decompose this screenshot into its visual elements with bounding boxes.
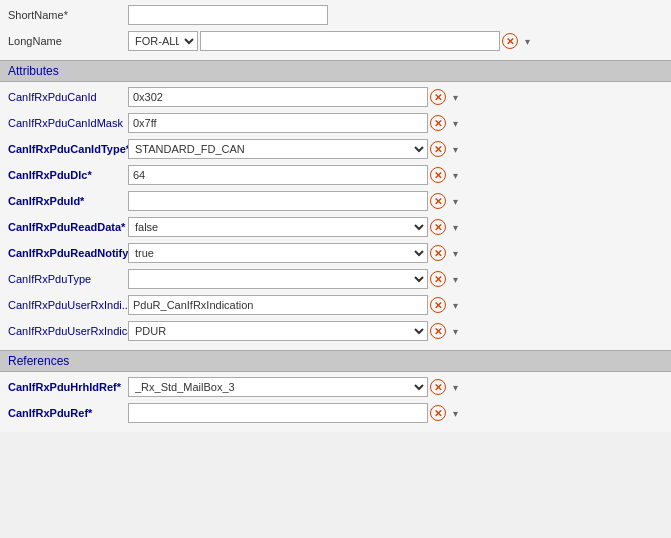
attr-input-canIfRxPduCanIdMask[interactable] <box>128 113 428 133</box>
attr-clear-canIfRxPduType[interactable]: ✕ <box>430 271 446 287</box>
attr-row-canIfRxPduUserRxIndicName: CanIfRxPduUserRxIndi...nName ✕ ▾ <box>8 294 663 316</box>
ref-clear-canIfRxPduRef[interactable]: ✕ <box>430 405 446 421</box>
attr-arrow-canIfRxPduUserRxIndicationUL[interactable]: ▾ <box>448 322 462 340</box>
ref-label-canIfRxPduHrhIdRef: CanIfRxPduHrhIdRef* <box>8 381 128 393</box>
longname-label: LongName <box>8 35 128 47</box>
attr-select-canIfRxPduUserRxIndicationUL[interactable]: PDUR <box>128 321 428 341</box>
attr-field-canIfRxPduCanId: ✕ ▾ <box>128 87 663 107</box>
attr-row-canIfRxPduCanId: CanIfRxPduCanId ✕ ▾ <box>8 86 663 108</box>
attr-select-canIfRxPduCanIdType[interactable]: STANDARD_FD_CAN <box>128 139 428 159</box>
attr-select-canIfRxPduReadNotifyStatus[interactable]: true false <box>128 243 428 263</box>
references-section-header: References <box>0 350 671 372</box>
attr-row-canIfRxPduDlc: CanIfRxPduDlc* ✕ ▾ <box>8 164 663 186</box>
attr-field-canIfRxPduReadNotifyStatus: true false ✕ ▾ <box>128 243 663 263</box>
ref-field-canIfRxPduRef: ✕ ▾ <box>128 403 663 423</box>
form-container: ShortName* LongName FOR-ALL ✕ ▾ Attribut… <box>0 0 671 432</box>
attr-label-canIfRxPduReadData: CanIfRxPduReadData* <box>8 221 128 233</box>
shortname-label: ShortName* <box>8 9 128 21</box>
attr-row-canIfRxPduId: CanIfRxPduId* ✕ ▾ <box>8 190 663 212</box>
attr-field-canIfRxPduUserRxIndicName: ✕ ▾ <box>128 295 663 315</box>
attr-label-canIfRxPduCanId: CanIfRxPduCanId <box>8 91 128 103</box>
shortname-row: ShortName* LongName FOR-ALL ✕ ▾ <box>0 0 671 60</box>
attr-label-canIfRxPduId: CanIfRxPduId* <box>8 195 128 207</box>
attr-input-canIfRxPduUserRxIndicName[interactable] <box>128 295 428 315</box>
ref-row-canIfRxPduHrhIdRef: CanIfRxPduHrhIdRef* _Rx_Std_MailBox_3 ✕ … <box>8 376 663 398</box>
ref-input-canIfRxPduRef[interactable] <box>128 403 428 423</box>
longname-field-area: FOR-ALL ✕ ▾ <box>128 31 663 51</box>
longname-dropdown-arrow[interactable]: ▾ <box>520 32 534 50</box>
attr-arrow-canIfRxPduType[interactable]: ▾ <box>448 270 462 288</box>
attr-clear-canIfRxPduCanId[interactable]: ✕ <box>430 89 446 105</box>
references-section: CanIfRxPduHrhIdRef* _Rx_Std_MailBox_3 ✕ … <box>0 372 671 432</box>
attr-clear-canIfRxPduReadData[interactable]: ✕ <box>430 219 446 235</box>
longname-select[interactable]: FOR-ALL <box>128 31 198 51</box>
attr-input-canIfRxPduId[interactable] <box>128 191 428 211</box>
attr-label-canIfRxPduCanIdType: CanIfRxPduCanIdType* <box>8 143 128 155</box>
attr-arrow-canIfRxPduDlc[interactable]: ▾ <box>448 166 462 184</box>
ref-arrow-canIfRxPduHrhIdRef[interactable]: ▾ <box>448 378 462 396</box>
attr-field-canIfRxPduUserRxIndicationUL: PDUR ✕ ▾ <box>128 321 663 341</box>
attr-field-canIfRxPduType: ✕ ▾ <box>128 269 663 289</box>
attr-clear-canIfRxPduUserRxIndicName[interactable]: ✕ <box>430 297 446 313</box>
shortname-field-area <box>128 5 663 25</box>
attr-arrow-canIfRxPduCanId[interactable]: ▾ <box>448 88 462 106</box>
attr-arrow-canIfRxPduReadData[interactable]: ▾ <box>448 218 462 236</box>
ref-select-canIfRxPduHrhIdRef[interactable]: _Rx_Std_MailBox_3 <box>128 377 428 397</box>
longname-input[interactable] <box>200 31 500 51</box>
attr-clear-canIfRxPduCanIdType[interactable]: ✕ <box>430 141 446 157</box>
attr-label-canIfRxPduCanIdMask: CanIfRxPduCanIdMask <box>8 117 128 129</box>
attr-input-canIfRxPduCanId[interactable] <box>128 87 428 107</box>
attr-arrow-canIfRxPduId[interactable]: ▾ <box>448 192 462 210</box>
attr-label-canIfRxPduDlc: CanIfRxPduDlc* <box>8 169 128 181</box>
attr-row-canIfRxPduType: CanIfRxPduType ✕ ▾ <box>8 268 663 290</box>
attr-field-canIfRxPduCanIdType: STANDARD_FD_CAN ✕ ▾ <box>128 139 663 159</box>
attr-clear-canIfRxPduUserRxIndicationUL[interactable]: ✕ <box>430 323 446 339</box>
attr-label-canIfRxPduType: CanIfRxPduType <box>8 273 128 285</box>
attr-field-canIfRxPduDlc: ✕ ▾ <box>128 165 663 185</box>
attr-clear-canIfRxPduId[interactable]: ✕ <box>430 193 446 209</box>
attr-row-canIfRxPduCanIdType: CanIfRxPduCanIdType* STANDARD_FD_CAN ✕ ▾ <box>8 138 663 160</box>
attributes-section-header: Attributes <box>0 60 671 82</box>
attr-field-canIfRxPduCanIdMask: ✕ ▾ <box>128 113 663 133</box>
attr-clear-canIfRxPduDlc[interactable]: ✕ <box>430 167 446 183</box>
attr-row-canIfRxPduReadData: CanIfRxPduReadData* false true ✕ ▾ <box>8 216 663 238</box>
ref-arrow-canIfRxPduRef[interactable]: ▾ <box>448 404 462 422</box>
ref-row-canIfRxPduRef: CanIfRxPduRef* ✕ ▾ <box>8 402 663 424</box>
attr-label-canIfRxPduUserRxIndicationUL: CanIfRxPduUserRxIndicationUL <box>8 325 128 337</box>
attr-arrow-canIfRxPduReadNotifyStatus[interactable]: ▾ <box>448 244 462 262</box>
attr-arrow-canIfRxPduUserRxIndicName[interactable]: ▾ <box>448 296 462 314</box>
attr-arrow-canIfRxPduCanIdType[interactable]: ▾ <box>448 140 462 158</box>
attr-label-canIfRxPduReadNotifyStatus: CanIfRxPduReadNotifyStatus* <box>8 247 128 259</box>
attr-field-canIfRxPduReadData: false true ✕ ▾ <box>128 217 663 237</box>
longname-clear-btn[interactable]: ✕ <box>502 33 518 49</box>
attr-arrow-canIfRxPduCanIdMask[interactable]: ▾ <box>448 114 462 132</box>
attr-clear-canIfRxPduReadNotifyStatus[interactable]: ✕ <box>430 245 446 261</box>
attr-input-canIfRxPduDlc[interactable] <box>128 165 428 185</box>
ref-clear-canIfRxPduHrhIdRef[interactable]: ✕ <box>430 379 446 395</box>
attr-row-canIfRxPduCanIdMask: CanIfRxPduCanIdMask ✕ ▾ <box>8 112 663 134</box>
attr-select-canIfRxPduReadData[interactable]: false true <box>128 217 428 237</box>
attr-field-canIfRxPduId: ✕ ▾ <box>128 191 663 211</box>
attr-row-canIfRxPduReadNotifyStatus: CanIfRxPduReadNotifyStatus* true false ✕… <box>8 242 663 264</box>
attr-label-canIfRxPduUserRxIndicName: CanIfRxPduUserRxIndi...nName <box>8 299 128 311</box>
ref-field-canIfRxPduHrhIdRef: _Rx_Std_MailBox_3 ✕ ▾ <box>128 377 663 397</box>
attr-select-canIfRxPduType[interactable] <box>128 269 428 289</box>
attributes-section: CanIfRxPduCanId ✕ ▾ CanIfRxPduCanIdMask … <box>0 82 671 350</box>
ref-label-canIfRxPduRef: CanIfRxPduRef* <box>8 407 128 419</box>
shortname-input[interactable] <box>128 5 328 25</box>
attr-row-canIfRxPduUserRxIndicationUL: CanIfRxPduUserRxIndicationUL PDUR ✕ ▾ <box>8 320 663 342</box>
attr-clear-canIfRxPduCanIdMask[interactable]: ✕ <box>430 115 446 131</box>
